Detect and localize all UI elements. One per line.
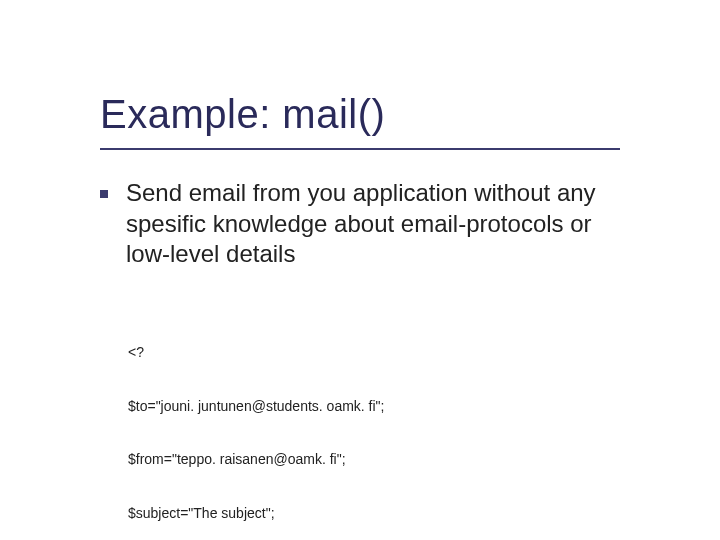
bullet-item: Send email from you application without … [100,178,630,270]
code-line: $to="jouni. juntunen@students. oamk. fi"… [128,398,648,416]
slide-title: Example: mail() [100,92,385,137]
code-line: $subject="The subject"; [128,505,648,523]
bullet-list: Send email from you application without … [100,178,630,270]
bullet-text: Send email from you application without … [126,178,630,270]
code-block: <? $to="jouni. juntunen@students. oamk. … [128,308,648,540]
title-rule [100,148,620,150]
code-line: <? [128,344,648,362]
code-line: $from="teppo. raisanen@oamk. fi"; [128,451,648,469]
square-bullet-icon [100,190,108,198]
slide: Example: mail() Send email from you appl… [0,0,720,540]
